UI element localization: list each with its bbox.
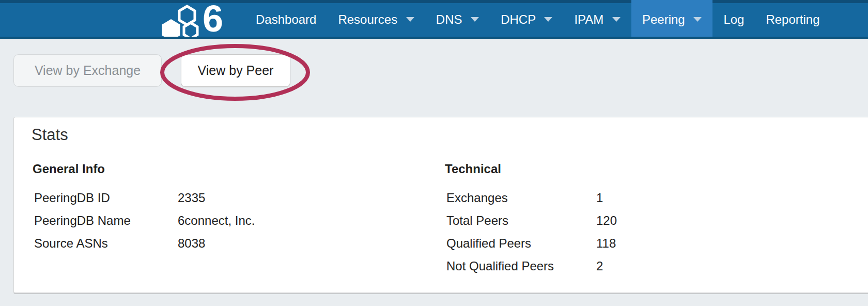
view-by-exchange-button[interactable]: View by Exchange bbox=[13, 54, 162, 87]
chevron-down-icon bbox=[406, 17, 414, 22]
nav-item-resources[interactable]: Resources bbox=[327, 0, 425, 39]
provision-logo[interactable]: 6 bbox=[158, 2, 222, 39]
stat-label: Qualified Peers bbox=[444, 236, 596, 251]
stat-value: 8038 bbox=[178, 236, 205, 251]
general-info-heading: General Info bbox=[32, 162, 404, 176]
nav-item-label: DHCP bbox=[501, 12, 536, 26]
nav-item-label: Dashboard bbox=[256, 12, 316, 26]
nav-item-label: Peering bbox=[642, 12, 685, 26]
chevron-down-icon bbox=[544, 17, 552, 22]
stat-label: Not Qualified Peers bbox=[444, 259, 596, 273]
general-info-section: General Info PeeringDB ID 2335 PeeringDB… bbox=[32, 162, 404, 255]
nav-item-log[interactable]: Log bbox=[712, 0, 755, 39]
chevron-down-icon bbox=[693, 17, 702, 22]
chevron-down-icon bbox=[471, 17, 479, 22]
stat-value: 1 bbox=[596, 191, 603, 205]
stat-value: 2 bbox=[596, 259, 603, 273]
stat-value: 120 bbox=[596, 213, 617, 228]
stat-value: 118 bbox=[596, 236, 616, 251]
nav-item-label: Log bbox=[723, 12, 744, 26]
nav-item-ipam[interactable]: IPAM bbox=[563, 0, 631, 39]
stat-value: 6connect, Inc. bbox=[178, 213, 255, 228]
stat-row-not-qualified-peers: Not Qualified Peers 2 bbox=[444, 255, 816, 278]
nav-item-label: DNS bbox=[436, 12, 462, 26]
nav-item-peering[interactable]: Peering bbox=[631, 0, 712, 39]
view-by-exchange-label: View by Exchange bbox=[35, 63, 141, 78]
view-by-peer-button[interactable]: View by Peer bbox=[181, 54, 290, 87]
hexagons-logo-icon bbox=[158, 2, 202, 38]
nav-item-label: Reporting bbox=[766, 12, 819, 26]
stat-row-exchanges: Exchanges 1 bbox=[444, 187, 816, 209]
stat-value: 2335 bbox=[178, 191, 205, 205]
stat-row-total-peers: Total Peers 120 bbox=[444, 209, 816, 232]
navbar-bottom-border bbox=[0, 37, 868, 39]
technical-heading: Technical bbox=[444, 162, 816, 176]
nav-menu: Dashboard Resources DNS DHCP IPAM Peerin… bbox=[245, 0, 831, 39]
nav-item-dns[interactable]: DNS bbox=[425, 0, 490, 39]
nav-item-label: Resources bbox=[338, 12, 397, 26]
stat-row-peeringdb-name: PeeringDB Name 6connect, Inc. bbox=[32, 209, 404, 232]
view-by-peer-label: View by Peer bbox=[198, 63, 274, 78]
stat-label: Source ASNs bbox=[32, 236, 178, 251]
technical-section: Technical Exchanges 1 Total Peers 120 Qu… bbox=[444, 162, 816, 278]
stat-label: Exchanges bbox=[444, 191, 596, 205]
stats-panel: Stats General Info PeeringDB ID 2335 Pee… bbox=[13, 117, 868, 294]
nav-item-dhcp[interactable]: DHCP bbox=[490, 0, 563, 39]
logo-6-text: 6 bbox=[203, 2, 222, 35]
stat-label: PeeringDB Name bbox=[32, 213, 178, 228]
nav-item-dashboard[interactable]: Dashboard bbox=[245, 0, 327, 39]
chevron-down-icon bbox=[612, 17, 621, 22]
stat-label: Total Peers bbox=[444, 213, 596, 228]
stat-row-peeringdb-id: PeeringDB ID 2335 bbox=[32, 187, 404, 209]
top-navbar: 6 Dashboard Resources DNS DHCP IPAM Peer… bbox=[0, 0, 868, 39]
stats-panel-title: Stats bbox=[32, 126, 68, 144]
nav-item-label: IPAM bbox=[574, 12, 603, 26]
stat-row-qualified-peers: Qualified Peers 118 bbox=[444, 232, 816, 255]
nav-item-reporting[interactable]: Reporting bbox=[755, 0, 830, 39]
stat-row-source-asns: Source ASNs 8038 bbox=[32, 232, 404, 255]
stat-label: PeeringDB ID bbox=[32, 191, 178, 205]
